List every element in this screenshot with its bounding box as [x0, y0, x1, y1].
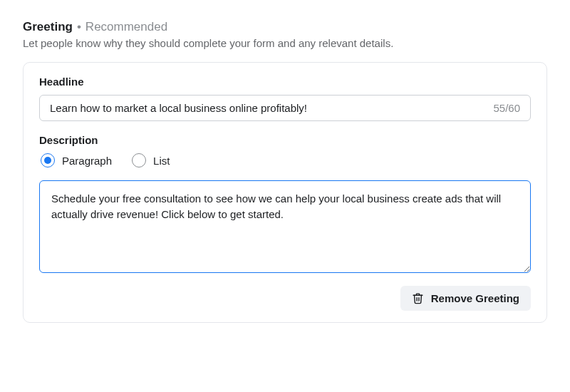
radio-dot-icon: [44, 157, 51, 164]
trash-icon: [412, 292, 424, 304]
greeting-card: Headline 55/60 Description Paragraph Lis…: [23, 62, 547, 323]
radio-list-label: List: [153, 155, 170, 167]
section-header: Greeting • Recommended: [23, 20, 547, 34]
section-title: Greeting: [23, 20, 73, 34]
radio-circle-icon: [132, 153, 146, 167]
description-textarea[interactable]: [39, 180, 531, 273]
section-subtitle: Let people know why they should complete…: [23, 37, 547, 49]
remove-greeting-label: Remove Greeting: [431, 292, 519, 304]
card-footer: Remove Greeting: [39, 286, 531, 311]
headline-field-wrap[interactable]: 55/60: [39, 95, 531, 121]
radio-list[interactable]: List: [132, 153, 170, 167]
radio-paragraph-label: Paragraph: [62, 155, 112, 167]
description-type-radio-group: Paragraph List: [39, 153, 531, 167]
radio-circle-icon: [41, 153, 55, 167]
headline-label: Headline: [39, 76, 531, 88]
radio-paragraph[interactable]: Paragraph: [41, 153, 112, 167]
description-label: Description: [39, 134, 531, 146]
remove-greeting-button[interactable]: Remove Greeting: [400, 286, 531, 311]
separator-dot: •: [77, 20, 81, 34]
headline-input[interactable]: [50, 102, 486, 114]
headline-char-counter: 55/60: [486, 102, 520, 114]
section-tag: Recommended: [86, 20, 167, 34]
